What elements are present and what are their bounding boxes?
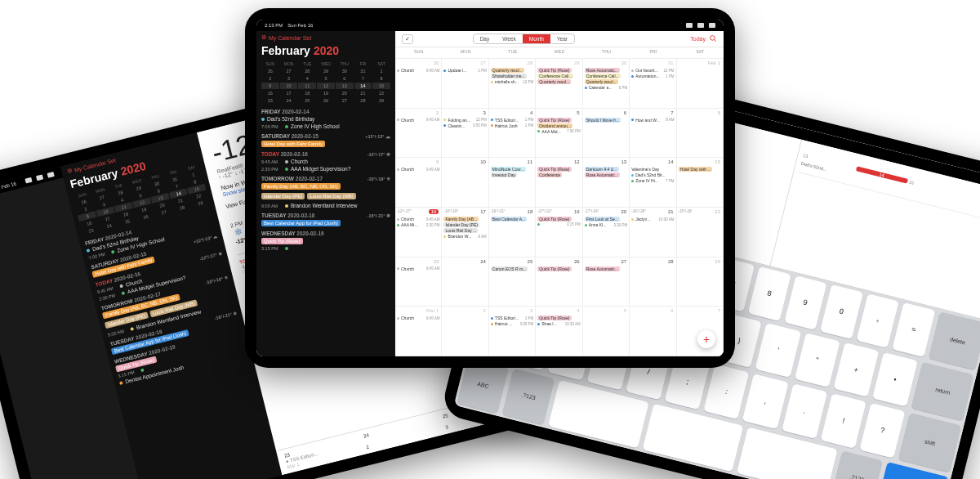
month-cell[interactable]: 10 <box>442 158 488 208</box>
mini-day[interactable]: 16 <box>261 90 279 96</box>
key[interactable]: = <box>893 302 936 356</box>
month-cell[interactable]: 6 <box>630 307 676 356</box>
month-cell[interactable]: 15Hotel Day with ... <box>677 158 724 208</box>
mini-day[interactable]: 6 <box>336 75 354 82</box>
month-cell[interactable]: 19-17°/-21°Quick Tip (Rose)3:15 PM <box>536 208 582 257</box>
seg-week[interactable]: Week <box>496 34 523 43</box>
search-icon[interactable] <box>709 34 717 43</box>
month-cell[interactable]: 3TSS Editori...1 PMHaircut ...3:30 PM <box>489 307 536 356</box>
mini-day[interactable]: 29 <box>372 97 390 104</box>
agenda-event[interactable]: 9:45 AMChurch <box>261 159 390 164</box>
mini-day[interactable]: 9 <box>261 83 279 89</box>
month-cell[interactable]: 13Darkoom 4.4 U...Rose Automatic... <box>583 158 630 208</box>
mini-day[interactable]: 7 <box>354 75 372 82</box>
mini-day[interactable]: 10 <box>280 83 298 89</box>
mini-day[interactable]: 5 <box>317 75 335 82</box>
agenda-event[interactable]: 3:15 PM <box>261 246 390 251</box>
month-cell[interactable]: 25Canon EOS R m... <box>489 257 536 307</box>
agenda-event[interactable]: Dad's 52nd Birthday <box>261 116 390 122</box>
mini-day[interactable]: 4 <box>298 75 316 82</box>
agenda-event[interactable]: Louis Riel Day (MB) <box>307 193 355 199</box>
month-cell[interactable]: 21-16°/-26°Jaclyn...10:30 AM <box>630 208 676 257</box>
key[interactable]: shift <box>898 413 961 472</box>
month-cell[interactable]: Mar 1Church9:45 AM <box>395 307 442 356</box>
month-cell[interactable]: 31Our favorit...12 PMAutomation...1 PM <box>630 59 676 109</box>
key[interactable]: " <box>795 333 840 387</box>
month-cell[interactable]: 8 <box>677 109 724 159</box>
tasks-toggle[interactable]: ✓ <box>402 34 413 44</box>
month-cell[interactable]: 30Rose Automatic...Conference Call...Qua… <box>583 59 630 109</box>
key[interactable]: 9 <box>784 275 827 329</box>
key[interactable]: .?123 <box>502 368 555 424</box>
mini-day[interactable]: 17 <box>280 90 298 96</box>
mini-day[interactable]: 1 <box>372 68 390 74</box>
month-cell[interactable]: 6Should I Move fr... <box>583 109 630 159</box>
month-cell[interactable]: 28Quarterly resul...Shareholder me...mic… <box>489 59 536 109</box>
mini-day[interactable]: 3 <box>280 75 298 82</box>
month-cell[interactable]: 9Church9:45 AM <box>395 158 442 208</box>
month-cell[interactable]: 22-15°/-26° <box>677 208 724 257</box>
mini-day[interactable]: 12 <box>317 83 335 89</box>
month-cell[interactable]: 11MindNode Cour...Investor Day <box>489 158 536 208</box>
month-cell[interactable]: 16-12°/-17°Church9:45 AMAAA Mi...2:30 PM <box>395 208 442 257</box>
key[interactable]: return <box>911 361 974 420</box>
agenda-event[interactable]: 7:00 PMZone IV High School <box>261 123 390 129</box>
seg-year[interactable]: Year <box>550 34 574 43</box>
month-cell[interactable]: 29Quick Tip (Rose)Conference Call...Quar… <box>536 59 582 109</box>
mini-day[interactable]: 31 <box>354 68 372 74</box>
mini-day[interactable]: 8 <box>372 75 390 82</box>
mini-day[interactable]: 15 <box>372 83 390 89</box>
agenda-list[interactable]: FRIDAY 2020-02-14Dad's 52nd Birthday7:00… <box>261 109 390 251</box>
key[interactable]: • <box>872 351 918 406</box>
key[interactable]: (0 <box>820 284 863 338</box>
month-cell[interactable]: 12Quick Tip (Rose)Conference <box>536 158 582 208</box>
today-button[interactable]: Today <box>690 36 706 42</box>
mini-day[interactable]: 23 <box>261 97 279 104</box>
mini-day[interactable]: 19 <box>317 90 335 96</box>
month-cell[interactable]: 26Church9:45 AM <box>395 59 442 109</box>
mini-day[interactable]: 29 <box>317 68 335 74</box>
month-cell[interactable]: 17-10°/-19°Family Day (AB...Islander Day… <box>442 208 488 257</box>
add-event-fab[interactable]: + <box>697 330 715 348</box>
month-cell[interactable]: 23Church9:45 AM <box>395 257 442 307</box>
key[interactable]: : <box>704 364 750 419</box>
key[interactable]: , <box>742 374 788 428</box>
mini-calendar[interactable]: SUNMONTUEWEDTHUFRISAT2627282930311234567… <box>261 60 390 104</box>
key[interactable]: . <box>782 383 827 438</box>
mini-day[interactable]: 26 <box>261 68 279 74</box>
month-cell[interactable]: Feb 1 <box>677 59 724 109</box>
agenda-event[interactable]: Best Calendar App for iPad (Josh) <box>261 220 390 226</box>
month-cell[interactable]: 27Rose Automatic... <box>583 257 630 307</box>
mini-day[interactable]: 21 <box>354 90 372 96</box>
month-cell[interactable]: 20-17°/-24°First Look at Se...Anna Kl...… <box>583 208 630 257</box>
agenda-event[interactable]: Family Day (AB, BC, NB, ON, SK) <box>261 183 390 190</box>
mini-day[interactable]: 27 <box>336 97 354 104</box>
mini-day[interactable]: 13 <box>336 83 354 89</box>
view-segmented[interactable]: Day Week Month Year <box>473 34 575 44</box>
mini-day[interactable]: 25 <box>298 97 316 104</box>
month-cell[interactable]: 26Quick Tip (Rose) <box>536 257 582 307</box>
mini-day[interactable]: 11 <box>298 83 316 89</box>
mini-day[interactable]: 22 <box>372 90 390 96</box>
key[interactable]: ! <box>821 393 866 448</box>
agenda-event[interactable]: Quick Tip (Rose) <box>261 238 390 244</box>
key[interactable]: delete <box>929 311 980 369</box>
month-cell[interactable]: 2 <box>442 307 488 356</box>
agenda-event[interactable]: Hotel Day with Fehr Family <box>261 141 390 147</box>
mini-day[interactable]: 28 <box>298 68 316 74</box>
month-cell[interactable]: 7How and W...8 AM <box>630 109 676 159</box>
key[interactable]: ? <box>859 403 905 458</box>
agenda-event[interactable]: Islander Day (PE) <box>261 193 305 199</box>
agenda-event[interactable]: 9:00 AMBrandon Wentland Interview <box>261 203 390 208</box>
month-cell[interactable]: 24 <box>442 257 488 307</box>
mini-day[interactable]: 18 <box>298 90 316 96</box>
month-cell[interactable]: 18-16°/-21°Best Calendar A... <box>489 208 536 257</box>
month-grid[interactable]: SUNMONTUEWEDTHUFRISAT26Church9:45 AM27Up… <box>395 47 724 356</box>
key[interactable]: )- <box>856 293 899 347</box>
mini-day[interactable]: 24 <box>280 97 298 104</box>
agenda-event[interactable]: 2:30 PMAAA Midget Supervision? <box>261 166 390 172</box>
seg-day[interactable]: Day <box>474 34 497 43</box>
month-cell[interactable]: 14Valentine's DayDad's 52nd Bir...Zone I… <box>630 158 676 208</box>
mini-day[interactable]: 2 <box>261 75 279 82</box>
month-cell[interactable]: 5 <box>583 307 630 356</box>
